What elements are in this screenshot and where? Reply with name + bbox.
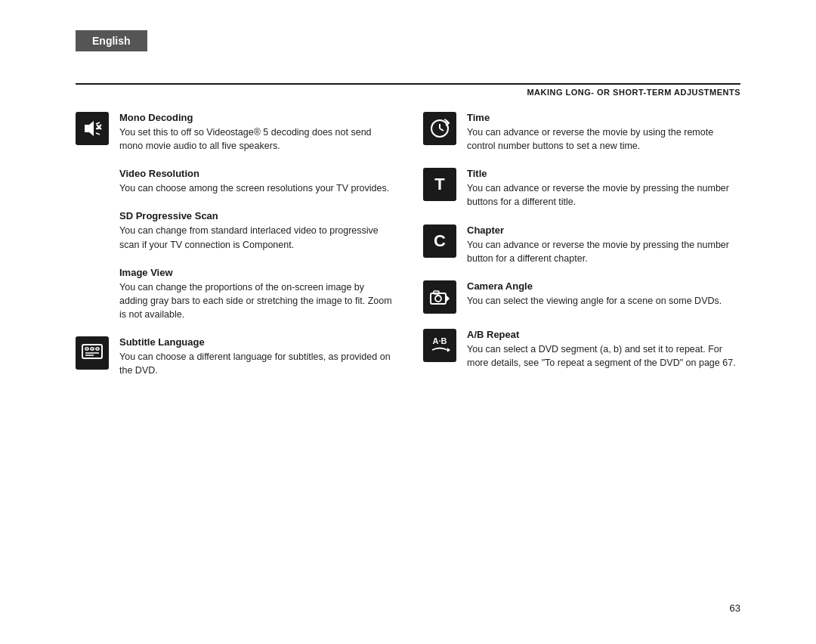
ab-repeat-icon: A·B	[423, 329, 456, 362]
chapter-body: You can advance or reverse the movie by …	[467, 238, 740, 265]
svg-text:T: T	[434, 175, 445, 194]
header-title: Making Long- or Short-Term Adjustments	[76, 88, 740, 97]
section-video-resolution: Video Resolution You can choose among th…	[76, 168, 393, 195]
svg-rect-7	[85, 348, 88, 350]
section-camera-angle: Camera Angle You can select the viewing …	[423, 280, 740, 314]
title-dvd-text: Title You can advance or reverse the mov…	[467, 168, 740, 209]
svg-rect-9	[96, 348, 99, 350]
svg-line-1	[96, 122, 100, 124]
chapter-text: Chapter You can advance or reverse the m…	[467, 224, 740, 265]
svg-text:C: C	[434, 231, 446, 250]
subtitle-language-text: Subtitle Language You can choose a diffe…	[119, 336, 393, 377]
svg-marker-0	[85, 121, 94, 136]
mono-decoding-title: Mono Decoding	[119, 112, 393, 123]
svg-point-18	[435, 296, 441, 302]
ab-repeat-title: A/B Repeat	[467, 329, 740, 340]
tab-label: English	[92, 35, 131, 47]
section-sd-progressive: SD Progressive Scan You can change from …	[76, 210, 393, 251]
time-title: Time	[467, 112, 740, 123]
camera-angle-title: Camera Angle	[467, 280, 740, 292]
svg-marker-20	[447, 296, 450, 302]
svg-line-14	[440, 128, 444, 131]
section-image-view: Image View You can change the proportion…	[76, 267, 393, 321]
time-body: You can advance or reverse the movie by …	[467, 125, 740, 153]
title-t-icon: T	[423, 168, 456, 201]
ab-repeat-text: A/B Repeat You can select a DVD segment …	[467, 329, 740, 370]
section-ab-repeat: A·B A/B Repeat You can select a DVD segm…	[423, 329, 740, 370]
header-rule	[76, 83, 740, 85]
english-tab: English	[76, 30, 147, 51]
camera-icon	[423, 280, 456, 314]
time-text: Time You can advance or reverse the movi…	[467, 112, 740, 153]
section-mono-decoding: Mono Decoding You set this to off so Vid…	[76, 112, 393, 153]
svg-rect-8	[91, 348, 94, 350]
speaker-icon	[76, 112, 109, 145]
svg-text:A·B: A·B	[433, 336, 447, 345]
video-resolution-body: You can choose among the screen resoluti…	[119, 181, 393, 195]
time-icon	[423, 112, 456, 145]
section-time: Time You can advance or reverse the movi…	[423, 112, 740, 153]
page-number: 63	[730, 602, 740, 614]
mono-decoding-body: You set this to off so Videostage® 5 dec…	[119, 125, 393, 153]
page-container: English Making Long- or Short-Term Adjus…	[0, 0, 816, 644]
sd-progressive-body: You can change from standard interlaced …	[119, 224, 393, 251]
ab-repeat-body: You can select a DVD segment (a, b) and …	[467, 342, 740, 370]
subtitle-language-title: Subtitle Language	[119, 336, 393, 348]
title-dvd-title: Title	[467, 168, 740, 179]
chapter-title: Chapter	[467, 224, 740, 236]
camera-angle-text: Camera Angle You can select the viewing …	[467, 280, 740, 308]
section-title-dvd: T Title You can advance or reverse the m…	[423, 168, 740, 209]
svg-line-3	[96, 133, 100, 135]
content-area: Mono Decoding You set this to off so Vid…	[76, 112, 740, 392]
image-view-title: Image View	[119, 267, 393, 278]
video-resolution-title: Video Resolution	[119, 168, 393, 179]
section-subtitle-language: Subtitle Language You can choose a diffe…	[76, 336, 393, 377]
sd-progressive-title: SD Progressive Scan	[119, 210, 393, 221]
subtitle-language-body: You can choose a different language for …	[119, 350, 393, 377]
left-column: Mono Decoding You set this to off so Vid…	[76, 112, 393, 392]
image-view-body: You can change the proportions of the on…	[119, 280, 393, 321]
chapter-c-icon: C	[423, 224, 456, 258]
svg-rect-6	[82, 345, 102, 358]
section-chapter: C Chapter You can advance or reverse the…	[423, 224, 740, 265]
svg-marker-22	[447, 348, 450, 352]
mono-decoding-text: Mono Decoding You set this to off so Vid…	[119, 112, 393, 153]
right-column: Time You can advance or reverse the movi…	[423, 112, 740, 392]
subtitle-icon	[76, 336, 109, 370]
title-dvd-body: You can advance or reverse the movie by …	[467, 181, 740, 209]
camera-angle-body: You can select the viewing angle for a s…	[467, 294, 740, 308]
